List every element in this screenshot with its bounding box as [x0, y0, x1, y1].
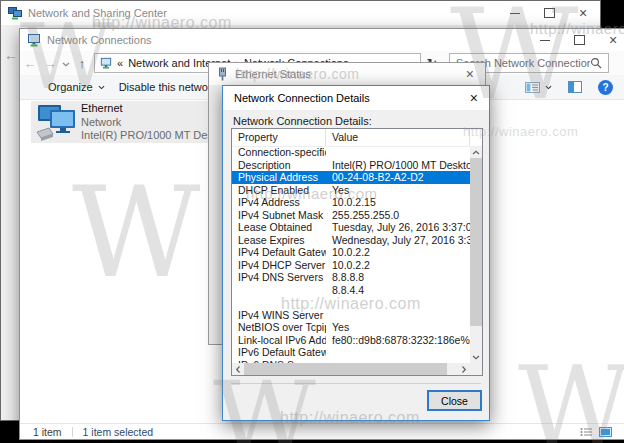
ethernet-status-titlebar: Ethernet Status × [209, 63, 485, 85]
details-row[interactable]: Connection-specific DN... [232, 146, 470, 159]
row-value: 8.8.8.8 [326, 271, 470, 284]
outer-back-button[interactable]: ← [4, 47, 18, 63]
scroll-up-button[interactable] [470, 146, 482, 158]
horizontal-scroll-track[interactable] [244, 363, 458, 375]
up-arrow-icon: ↑ [79, 56, 86, 71]
ethernet-plug-icon [217, 67, 228, 82]
details-row[interactable]: DHCP Enabled Yes [232, 184, 470, 197]
ethernet-adapter-icon [35, 104, 79, 143]
row-property: Connection-specific DN... [232, 146, 326, 159]
maximize-icon [574, 35, 585, 45]
details-row[interactable]: Description Intel(R) PRO/1000 MT Desktop… [232, 159, 470, 172]
location-icon [100, 57, 112, 69]
inner-minimize-button[interactable] [528, 29, 562, 51]
chevron-down-icon [98, 85, 105, 90]
details-row[interactable]: NetBIOS over Tcpip En... Yes [232, 321, 470, 334]
preview-pane-button[interactable] [568, 81, 582, 93]
organize-button[interactable]: Organize [48, 81, 105, 93]
inner-titlebar: Network Connections × [20, 29, 624, 51]
row-value: Tuesday, July 26, 2016 3:37:01 AM [326, 221, 470, 234]
row-property: Link-local IPv6 Address [232, 334, 326, 347]
row-value: 8.8.4.4 [326, 284, 470, 297]
row-property: IPv6 Default Gateway [232, 346, 326, 359]
chevron-left-icon [236, 365, 241, 373]
scroll-left-button[interactable] [232, 363, 244, 375]
details-row[interactable]: IPv4 Subnet Mask 255.255.255.0 [232, 209, 470, 222]
minimize-icon [510, 13, 520, 14]
details-row[interactable]: Physical Address 00-24-08-B2-A2-D2 [232, 171, 470, 184]
ethernet-connection-item[interactable]: Ethernet Network Intel(R) PRO/1000 MT De… [31, 101, 209, 143]
details-row[interactable]: IPv4 DHCP Server 10.0.2.2 [232, 259, 470, 272]
nav-up-button[interactable]: ↑ [72, 57, 92, 70]
horizontal-scrollbar[interactable] [232, 363, 470, 375]
chevron-down-icon [545, 85, 552, 90]
ethernet-status-title: Ethernet Status [235, 68, 311, 80]
details-row[interactable] [232, 296, 470, 309]
close-icon: × [579, 6, 587, 20]
details-row[interactable]: IPv4 WINS Server [232, 309, 470, 322]
back-arrow-icon: ← [4, 47, 18, 63]
list-view-toggle-icon[interactable] [580, 427, 593, 437]
close-button[interactable]: Close [427, 390, 482, 411]
list-header: Property Value [232, 129, 470, 147]
outer-maximize-button[interactable] [532, 1, 566, 25]
row-property: IPv4 Subnet Mask [232, 209, 326, 222]
details-close-x-button[interactable]: × [467, 91, 481, 105]
maximize-icon [544, 8, 555, 18]
row-property [232, 284, 326, 297]
details-row[interactable]: IPv4 DNS Servers 8.8.8.8 [232, 271, 470, 284]
details-list-label: Network Connection Details: [233, 115, 372, 127]
details-row[interactable]: 8.8.4.4 [232, 284, 470, 297]
breadcrumb-collapsed-chevron[interactable]: « [117, 57, 123, 69]
scroll-right-button[interactable] [458, 363, 470, 375]
inner-maximize-button[interactable] [562, 29, 596, 51]
nav-recent-dropdown[interactable] [60, 59, 72, 67]
inner-close-button[interactable]: × [596, 29, 624, 51]
scroll-down-button[interactable] [470, 351, 482, 363]
forward-arrow-icon: → [44, 56, 57, 71]
column-header-value[interactable]: Value [326, 129, 470, 146]
details-dialog-title: Network Connection Details [234, 92, 370, 104]
nav-forward-button[interactable]: → [40, 57, 60, 70]
details-row[interactable]: Lease Obtained Tuesday, July 26, 2016 3:… [232, 221, 470, 234]
ethernet-status-close-button[interactable]: × [463, 67, 477, 81]
help-icon: ? [602, 82, 608, 93]
row-value [326, 146, 470, 159]
dialog-separator [231, 383, 481, 384]
large-icons-view-toggle-icon[interactable] [599, 427, 612, 437]
nav-back-button[interactable]: ← [20, 57, 40, 70]
row-property: Lease Expires [232, 234, 326, 247]
details-row[interactable]: Lease Expires Wednesday, July 27, 2016 3… [232, 234, 470, 247]
column-header-property[interactable]: Property [232, 129, 326, 146]
network-connections-icon [27, 33, 41, 47]
vertical-scrollbar[interactable] [470, 146, 482, 363]
outer-minimize-button[interactable] [498, 1, 532, 25]
chevron-down-icon [472, 355, 480, 360]
row-property: Lease Obtained [232, 221, 326, 234]
row-property: IPv4 Address [232, 196, 326, 209]
row-property [232, 296, 326, 309]
details-view-icon [525, 81, 540, 94]
row-value [326, 296, 470, 309]
row-value: 10.0.2.2 [326, 259, 470, 272]
horizontal-scroll-thumb[interactable] [244, 363, 447, 375]
selection-count: 1 item selected [83, 426, 154, 438]
minimize-icon [540, 40, 550, 41]
organize-label: Organize [48, 81, 93, 93]
outer-close-button[interactable]: × [566, 1, 600, 25]
details-row[interactable]: Link-local IPv6 Address fe80::d9b8:6878:… [232, 334, 470, 347]
details-row[interactable]: IPv6 Default Gateway [232, 346, 470, 359]
scrollbar-corner [470, 363, 482, 375]
row-property: Description [232, 159, 326, 172]
help-button[interactable]: ? [598, 80, 613, 95]
row-value: 10.0.2.2 [326, 246, 470, 259]
change-view-button[interactable] [525, 81, 552, 94]
row-property: DHCP Enabled [232, 184, 326, 197]
row-value: Intel(R) PRO/1000 MT Desktop Adapter [326, 159, 470, 172]
row-value: Yes [326, 184, 470, 197]
row-value: 255.255.255.0 [326, 209, 470, 222]
details-row[interactable]: IPv4 Default Gateway 10.0.2.2 [232, 246, 470, 259]
chevron-up-icon [472, 150, 480, 155]
vertical-scroll-thumb[interactable] [470, 158, 482, 326]
details-row[interactable]: IPv4 Address 10.0.2.15 [232, 196, 470, 209]
